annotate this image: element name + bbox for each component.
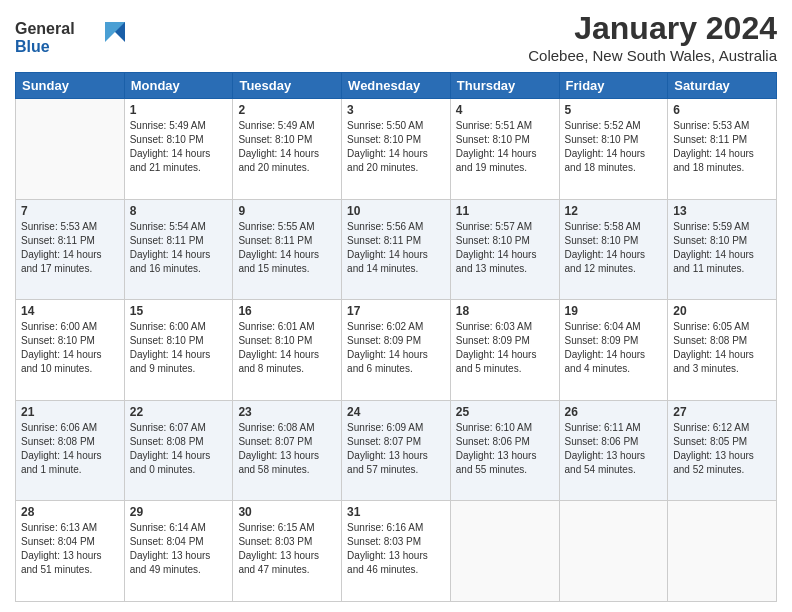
calendar-cell: 29Sunrise: 6:14 AM Sunset: 8:04 PM Dayli… xyxy=(124,501,233,602)
header-day-friday: Friday xyxy=(559,73,668,99)
day-number: 12 xyxy=(565,204,663,218)
day-number: 21 xyxy=(21,405,119,419)
calendar-cell: 30Sunrise: 6:15 AM Sunset: 8:03 PM Dayli… xyxy=(233,501,342,602)
day-number: 22 xyxy=(130,405,228,419)
calendar-cell: 19Sunrise: 6:04 AM Sunset: 8:09 PM Dayli… xyxy=(559,300,668,401)
day-info: Sunrise: 6:15 AM Sunset: 8:03 PM Dayligh… xyxy=(238,521,336,577)
header-day-wednesday: Wednesday xyxy=(342,73,451,99)
day-info: Sunrise: 5:55 AM Sunset: 8:11 PM Dayligh… xyxy=(238,220,336,276)
calendar-subtitle: Colebee, New South Wales, Australia xyxy=(528,47,777,64)
header-day-monday: Monday xyxy=(124,73,233,99)
day-info: Sunrise: 6:06 AM Sunset: 8:08 PM Dayligh… xyxy=(21,421,119,477)
header-day-thursday: Thursday xyxy=(450,73,559,99)
calendar-cell: 17Sunrise: 6:02 AM Sunset: 8:09 PM Dayli… xyxy=(342,300,451,401)
calendar-cell: 20Sunrise: 6:05 AM Sunset: 8:08 PM Dayli… xyxy=(668,300,777,401)
calendar-table: SundayMondayTuesdayWednesdayThursdayFrid… xyxy=(15,72,777,602)
logo: General Blue xyxy=(15,14,125,62)
day-info: Sunrise: 5:54 AM Sunset: 8:11 PM Dayligh… xyxy=(130,220,228,276)
svg-text:General: General xyxy=(15,20,75,37)
day-number: 30 xyxy=(238,505,336,519)
day-number: 5 xyxy=(565,103,663,117)
calendar-cell: 2Sunrise: 5:49 AM Sunset: 8:10 PM Daylig… xyxy=(233,99,342,200)
day-number: 7 xyxy=(21,204,119,218)
week-row-2: 14Sunrise: 6:00 AM Sunset: 8:10 PM Dayli… xyxy=(16,300,777,401)
svg-text:Blue: Blue xyxy=(15,38,50,55)
calendar-cell: 3Sunrise: 5:50 AM Sunset: 8:10 PM Daylig… xyxy=(342,99,451,200)
day-number: 25 xyxy=(456,405,554,419)
day-info: Sunrise: 6:12 AM Sunset: 8:05 PM Dayligh… xyxy=(673,421,771,477)
day-number: 10 xyxy=(347,204,445,218)
calendar-cell xyxy=(559,501,668,602)
calendar-cell: 21Sunrise: 6:06 AM Sunset: 8:08 PM Dayli… xyxy=(16,400,125,501)
week-row-1: 7Sunrise: 5:53 AM Sunset: 8:11 PM Daylig… xyxy=(16,199,777,300)
header-day-saturday: Saturday xyxy=(668,73,777,99)
day-info: Sunrise: 5:53 AM Sunset: 8:11 PM Dayligh… xyxy=(673,119,771,175)
header-day-tuesday: Tuesday xyxy=(233,73,342,99)
day-info: Sunrise: 6:09 AM Sunset: 8:07 PM Dayligh… xyxy=(347,421,445,477)
day-number: 20 xyxy=(673,304,771,318)
day-info: Sunrise: 6:14 AM Sunset: 8:04 PM Dayligh… xyxy=(130,521,228,577)
day-number: 4 xyxy=(456,103,554,117)
calendar-cell: 12Sunrise: 5:58 AM Sunset: 8:10 PM Dayli… xyxy=(559,199,668,300)
day-info: Sunrise: 6:01 AM Sunset: 8:10 PM Dayligh… xyxy=(238,320,336,376)
week-row-4: 28Sunrise: 6:13 AM Sunset: 8:04 PM Dayli… xyxy=(16,501,777,602)
day-info: Sunrise: 6:10 AM Sunset: 8:06 PM Dayligh… xyxy=(456,421,554,477)
day-info: Sunrise: 6:04 AM Sunset: 8:09 PM Dayligh… xyxy=(565,320,663,376)
day-number: 29 xyxy=(130,505,228,519)
day-number: 11 xyxy=(456,204,554,218)
calendar-cell: 13Sunrise: 5:59 AM Sunset: 8:10 PM Dayli… xyxy=(668,199,777,300)
day-number: 6 xyxy=(673,103,771,117)
day-info: Sunrise: 5:56 AM Sunset: 8:11 PM Dayligh… xyxy=(347,220,445,276)
day-number: 8 xyxy=(130,204,228,218)
day-info: Sunrise: 6:05 AM Sunset: 8:08 PM Dayligh… xyxy=(673,320,771,376)
calendar-cell: 25Sunrise: 6:10 AM Sunset: 8:06 PM Dayli… xyxy=(450,400,559,501)
header-row: SundayMondayTuesdayWednesdayThursdayFrid… xyxy=(16,73,777,99)
calendar-cell: 24Sunrise: 6:09 AM Sunset: 8:07 PM Dayli… xyxy=(342,400,451,501)
day-number: 1 xyxy=(130,103,228,117)
day-info: Sunrise: 6:07 AM Sunset: 8:08 PM Dayligh… xyxy=(130,421,228,477)
day-number: 17 xyxy=(347,304,445,318)
day-number: 27 xyxy=(673,405,771,419)
calendar-cell: 26Sunrise: 6:11 AM Sunset: 8:06 PM Dayli… xyxy=(559,400,668,501)
day-info: Sunrise: 5:50 AM Sunset: 8:10 PM Dayligh… xyxy=(347,119,445,175)
day-number: 24 xyxy=(347,405,445,419)
day-info: Sunrise: 5:51 AM Sunset: 8:10 PM Dayligh… xyxy=(456,119,554,175)
calendar-cell: 31Sunrise: 6:16 AM Sunset: 8:03 PM Dayli… xyxy=(342,501,451,602)
day-number: 26 xyxy=(565,405,663,419)
header-day-sunday: Sunday xyxy=(16,73,125,99)
day-number: 28 xyxy=(21,505,119,519)
calendar-cell: 10Sunrise: 5:56 AM Sunset: 8:11 PM Dayli… xyxy=(342,199,451,300)
day-number: 15 xyxy=(130,304,228,318)
day-info: Sunrise: 5:58 AM Sunset: 8:10 PM Dayligh… xyxy=(565,220,663,276)
day-info: Sunrise: 6:08 AM Sunset: 8:07 PM Dayligh… xyxy=(238,421,336,477)
day-info: Sunrise: 5:59 AM Sunset: 8:10 PM Dayligh… xyxy=(673,220,771,276)
day-number: 9 xyxy=(238,204,336,218)
week-row-3: 21Sunrise: 6:06 AM Sunset: 8:08 PM Dayli… xyxy=(16,400,777,501)
day-info: Sunrise: 6:13 AM Sunset: 8:04 PM Dayligh… xyxy=(21,521,119,577)
title-section: January 2024 Colebee, New South Wales, A… xyxy=(528,10,777,64)
calendar-cell: 27Sunrise: 6:12 AM Sunset: 8:05 PM Dayli… xyxy=(668,400,777,501)
week-row-0: 1Sunrise: 5:49 AM Sunset: 8:10 PM Daylig… xyxy=(16,99,777,200)
day-number: 2 xyxy=(238,103,336,117)
calendar-cell: 16Sunrise: 6:01 AM Sunset: 8:10 PM Dayli… xyxy=(233,300,342,401)
day-info: Sunrise: 5:57 AM Sunset: 8:10 PM Dayligh… xyxy=(456,220,554,276)
day-info: Sunrise: 6:02 AM Sunset: 8:09 PM Dayligh… xyxy=(347,320,445,376)
day-number: 3 xyxy=(347,103,445,117)
calendar-cell xyxy=(16,99,125,200)
logo-text: General Blue xyxy=(15,14,125,62)
calendar-cell: 6Sunrise: 5:53 AM Sunset: 8:11 PM Daylig… xyxy=(668,99,777,200)
day-info: Sunrise: 6:00 AM Sunset: 8:10 PM Dayligh… xyxy=(130,320,228,376)
calendar-cell xyxy=(668,501,777,602)
calendar-cell xyxy=(450,501,559,602)
calendar-cell: 7Sunrise: 5:53 AM Sunset: 8:11 PM Daylig… xyxy=(16,199,125,300)
calendar-cell: 9Sunrise: 5:55 AM Sunset: 8:11 PM Daylig… xyxy=(233,199,342,300)
calendar-cell: 4Sunrise: 5:51 AM Sunset: 8:10 PM Daylig… xyxy=(450,99,559,200)
day-info: Sunrise: 5:53 AM Sunset: 8:11 PM Dayligh… xyxy=(21,220,119,276)
day-info: Sunrise: 6:03 AM Sunset: 8:09 PM Dayligh… xyxy=(456,320,554,376)
calendar-cell: 14Sunrise: 6:00 AM Sunset: 8:10 PM Dayli… xyxy=(16,300,125,401)
calendar-title: January 2024 xyxy=(528,10,777,47)
calendar-cell: 18Sunrise: 6:03 AM Sunset: 8:09 PM Dayli… xyxy=(450,300,559,401)
day-number: 23 xyxy=(238,405,336,419)
day-number: 19 xyxy=(565,304,663,318)
calendar-cell: 15Sunrise: 6:00 AM Sunset: 8:10 PM Dayli… xyxy=(124,300,233,401)
